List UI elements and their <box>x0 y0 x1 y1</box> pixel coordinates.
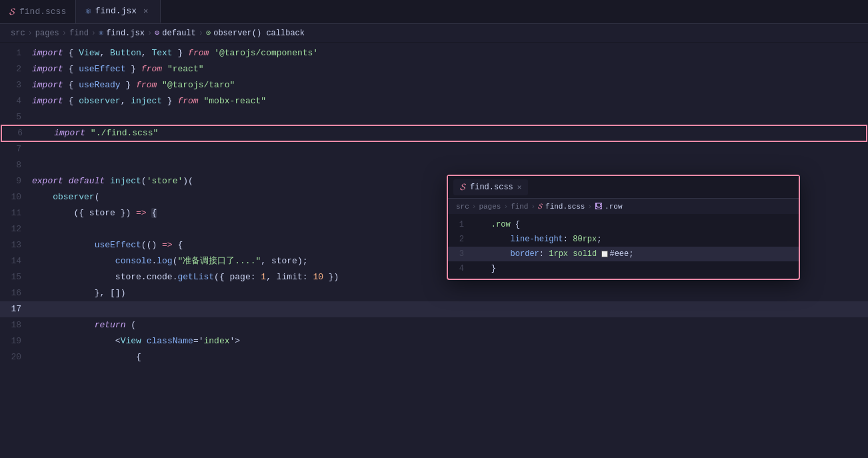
pb-findscss: find.scss <box>545 203 585 211</box>
popup-tab-close[interactable]: ✕ <box>517 183 522 191</box>
popup-line-4: 4 } <box>448 261 799 276</box>
popup-line-num-4: 4 <box>448 261 472 276</box>
code-line-6: 6 import "./find.scss" <box>1 125 867 141</box>
line-num-12: 12 <box>0 221 32 237</box>
line-content-3: import { useReady } from "@tarojs/taro" <box>32 77 868 93</box>
bc-func-icon: ⊕ <box>155 28 159 38</box>
line-num-18: 18 <box>0 317 32 333</box>
line-num-9: 9 <box>0 173 32 189</box>
line-num-14: 14 <box>0 253 32 269</box>
tab-label-scss: find.scss <box>19 7 66 17</box>
pb-src: src <box>456 203 469 211</box>
editor-area: 1 import { View, Button, Text } from '@t… <box>0 43 868 368</box>
bc-observer-icon: ⊙ <box>206 28 211 38</box>
bc-default: default <box>162 29 195 38</box>
line-num-4: 4 <box>0 93 32 109</box>
popup-line-num-2: 2 <box>448 232 472 247</box>
line-num-20: 20 <box>0 349 32 365</box>
color-swatch-eee <box>601 251 608 257</box>
line-num-1: 1 <box>0 45 32 61</box>
code-line-1: 1 import { View, Button, Text } from '@t… <box>0 45 868 61</box>
pb-row: .row <box>605 203 622 211</box>
bc-observer: observer() callback <box>213 29 305 38</box>
line-num-17: 17 <box>0 301 32 317</box>
pb-find: find <box>511 203 528 211</box>
popup-line-1: 1 .row { <box>448 217 799 232</box>
bc-find: find <box>69 29 89 38</box>
popup-line-content-2: line-height: 80rpx; <box>472 232 799 247</box>
popup-line-content-4: } <box>472 261 799 276</box>
popup-panel: 𝓢 find.scss ✕ src › pages › find › 𝓢 fin… <box>447 175 800 280</box>
popup-line-content-3: border: 1rpx solid #eee; <box>472 247 799 261</box>
popup-tab-scss[interactable]: 𝓢 find.scss ✕ <box>453 179 528 195</box>
code-line-20: 20 { <box>0 349 868 365</box>
tab-find-jsx[interactable]: ⚛ find.jsx ✕ <box>76 0 161 23</box>
popup-line-3: 3 border: 1rpx solid #eee; <box>448 247 799 261</box>
line-content-2: import { useEffect } from "react" <box>32 61 868 77</box>
bc-jsx-icon: ⚛ <box>99 28 103 38</box>
tab-find-scss[interactable]: 𝓢 find.scss <box>0 0 76 23</box>
pb-row-icon: ⛾ <box>595 202 602 211</box>
tab-label-jsx: find.jsx <box>95 6 137 16</box>
jsx-icon: ⚛ <box>85 5 91 17</box>
popup-line-content-1: .row { <box>472 217 799 232</box>
line-content-7 <box>32 141 868 157</box>
pb-pages: pages <box>479 203 501 211</box>
popup-tab-bar: 𝓢 find.scss ✕ <box>448 176 799 199</box>
popup-breadcrumb: src › pages › find › 𝓢 find.scss › ⛾ .ro… <box>448 199 799 215</box>
line-content-19: <View className='index'> <box>32 333 868 349</box>
scss-icon: 𝓢 <box>9 7 15 17</box>
code-line-19: 19 <View className='index'> <box>0 333 868 349</box>
popup-code: 1 .row { 2 line-height: 80rpx; 3 border:… <box>448 215 799 279</box>
line-content-20: { <box>32 349 868 365</box>
line-content-5 <box>32 109 868 125</box>
line-content-16: }, []) <box>32 285 868 301</box>
line-num-3: 3 <box>0 77 32 93</box>
code-line-4: 4 import { observer, inject } from "mobx… <box>0 93 868 109</box>
tab-bar: 𝓢 find.scss ⚛ find.jsx ✕ <box>0 0 868 24</box>
code-line-16: 16 }, []) <box>0 285 868 301</box>
code-line-18: 18 return ( <box>0 317 868 333</box>
code-line-3: 3 import { useReady } from "@tarojs/taro… <box>0 77 868 93</box>
bc-pages: pages <box>35 29 59 38</box>
line-num-6: 6 <box>1 125 33 141</box>
line-num-7: 7 <box>0 141 32 157</box>
popup-scss-icon: 𝓢 <box>460 182 466 193</box>
tab-close-jsx[interactable]: ✕ <box>141 5 151 17</box>
bc-src: src <box>11 29 25 38</box>
bc-findjsx: find.jsx <box>106 29 145 38</box>
popup-line-2: 2 line-height: 80rpx; <box>448 232 799 247</box>
popup-tab-label: find.scss <box>470 183 513 192</box>
line-num-19: 19 <box>0 333 32 349</box>
code-line-2: 2 import { useEffect } from "react" <box>0 61 868 77</box>
popup-line-num-3: 3 <box>448 247 472 261</box>
pb-scss-icon: 𝓢 <box>538 203 543 211</box>
line-num-5: 5 <box>0 109 32 125</box>
line-content-1: import { View, Button, Text } from '@tar… <box>32 45 868 61</box>
line-num-11: 11 <box>0 205 32 221</box>
line-num-16: 16 <box>0 285 32 301</box>
line-num-15: 15 <box>0 269 32 285</box>
line-content-18: return ( <box>32 317 868 333</box>
line-content-8 <box>32 157 868 173</box>
code-line-5: 5 <box>0 109 868 125</box>
line-content-17 <box>32 301 868 317</box>
breadcrumb: src › pages › find › ⚛ find.jsx › ⊕ defa… <box>0 24 868 43</box>
line-num-2: 2 <box>0 61 32 77</box>
popup-line-num-1: 1 <box>448 217 472 232</box>
code-line-17: 17 <box>0 301 868 317</box>
code-line-7: 7 <box>0 141 868 157</box>
line-num-10: 10 <box>0 189 32 205</box>
line-num-13: 13 <box>0 237 32 253</box>
line-content-4: import { observer, inject } from "mobx-r… <box>32 93 868 109</box>
code-line-8: 8 <box>0 157 868 173</box>
line-num-8: 8 <box>0 157 32 173</box>
line-content-6: import "./find.scss" <box>33 125 867 141</box>
